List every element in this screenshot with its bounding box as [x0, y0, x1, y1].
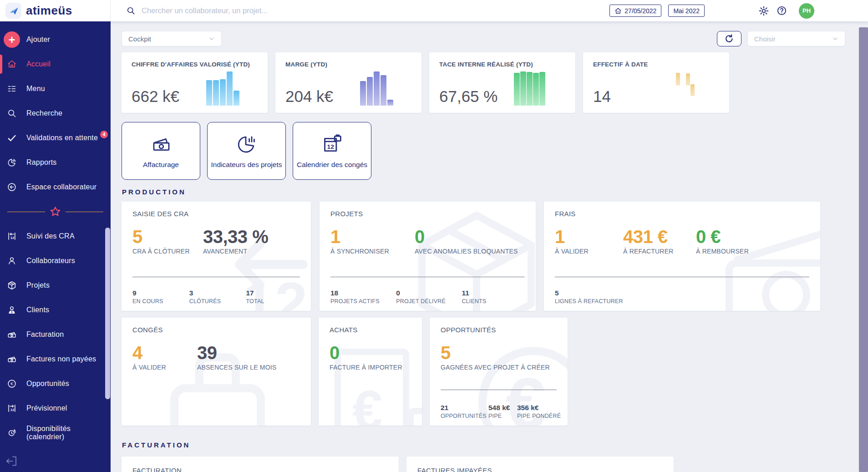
sidebar-item-recherche[interactable]: Recherche — [0, 101, 111, 126]
user-tie-icon — [4, 302, 20, 318]
sidebar-item-espace-collaborateur[interactable]: Espace collaborateur — [0, 175, 111, 199]
sidebar-scrollbar[interactable] — [105, 228, 110, 399]
stat-value: 1 — [555, 227, 619, 246]
sidebar-item-label: Menu — [26, 85, 45, 93]
sidebar-item-menu[interactable]: Menu — [0, 76, 111, 101]
user-icon — [4, 253, 20, 269]
card-opportunites[interactable]: OPPORTUNITÉS 5 GAGNÉES AVEC PROJET À CRÉ… — [430, 318, 568, 426]
svg-text:12: 12 — [327, 143, 334, 150]
sidebar-item-disponibilites-calendrier[interactable]: Disponibilités (calendrier) — [0, 421, 111, 445]
card-factures-impayees[interactable]: FACTURES IMPAYÉES — [406, 457, 674, 472]
banknote-icon — [150, 133, 172, 155]
banknote-icon — [4, 351, 20, 367]
stat-value: 0 — [415, 227, 520, 246]
dashboard-content: Cockpit Choisir CHIFFRE D'AFFAIRES VALOR… — [111, 21, 859, 472]
kpi-title: CHIFFRE D'AFFAIRES VALORISÉ (YTD) — [132, 61, 260, 68]
card-facturation[interactable]: FACTURATION — [122, 457, 399, 472]
kpi-value: 204 k€ — [285, 87, 333, 106]
svg-text:€: € — [10, 381, 13, 386]
sidebar-item-label: Prévisionnel — [26, 404, 67, 412]
sidebar-item-label: Espace collaborateur — [26, 183, 96, 191]
stat-label: AVANCEMENT — [203, 248, 295, 255]
sidebar-item-previsionnel[interactable]: 12Prévisionnel — [0, 396, 111, 421]
stat-value: 5 — [132, 227, 198, 246]
sidebar-item-label: Opportunités — [26, 380, 69, 388]
card-title: OPPORTUNITÉS — [430, 318, 568, 334]
card-frais[interactable]: FRAIS 1 À VALIDER 431 € À REFACTURER 0 €… — [544, 202, 820, 311]
chevron-down-icon — [208, 35, 216, 43]
stat-label: À REFACTURER — [623, 248, 691, 255]
calendar-back-icon: 12 — [4, 228, 20, 244]
calendar-forward-icon: 12 — [4, 400, 20, 416]
sidebar-item-factures-non-payees[interactable]: Factures non payées — [0, 347, 111, 371]
sidebar-item-clients[interactable]: Clients — [0, 298, 111, 322]
pie-chart-icon — [236, 133, 258, 155]
sidebar-item-accueil[interactable]: Accueil — [0, 52, 111, 76]
sidebar-item-validations-en-attente[interactable]: Validations en attente4 — [0, 126, 111, 150]
period-month-button[interactable]: Mai 2022 — [668, 5, 705, 17]
card-achats[interactable]: ACHATS 0 FACTURE À IMPORTER € — [319, 318, 422, 426]
sidebar-item-opportunites[interactable]: €Opportunités — [0, 371, 111, 396]
indicateurs-projets-button[interactable]: Indicateurs des projets — [207, 122, 286, 180]
sidebar-item-label: Rapports — [26, 158, 57, 167]
calendrier-conges-button[interactable]: 12 Calendrier des congés — [293, 122, 371, 180]
stat-value: 4 — [132, 343, 193, 362]
section-title-production: PRODUCTION — [122, 188, 186, 196]
kpi-card-marge: MARGE (YTD) 204 k€ — [275, 52, 421, 113]
logo-icon — [5, 3, 21, 19]
page-scrollbar-thumb[interactable] — [859, 27, 868, 472]
sidebar-item-label: Suivi des CRA — [26, 232, 75, 240]
stat-value: 1 — [330, 227, 410, 246]
refresh-button[interactable] — [717, 31, 741, 46]
kpi-value: 67,65 % — [439, 87, 497, 106]
sidebar-item-ajouter[interactable]: +Ajouter — [0, 27, 111, 52]
user-avatar[interactable]: PH — [799, 3, 814, 19]
kpi-card-tace-interne: TACE INTERNE RÉALISÉ (YTD) 67,65 % — [429, 52, 575, 113]
stat-label: ABSENCES SUR LE MOIS — [197, 364, 295, 371]
help-icon[interactable] — [777, 5, 787, 16]
reference-date-button[interactable]: 27/05/2022 — [609, 5, 661, 17]
banknote-icon — [4, 326, 20, 343]
card-conges[interactable]: CONGÉS 4 À VALIDER 39 ABSENCES SUR LE MO… — [122, 318, 311, 426]
sidebar-item-projets[interactable]: Projets — [0, 273, 111, 298]
sidebar-item-label: Accueil — [26, 60, 51, 68]
affacturage-button[interactable]: Affacturage — [122, 122, 200, 180]
card-divider — [132, 277, 300, 277]
widget-choose-select[interactable]: Choisir — [747, 31, 845, 46]
stat-value: 5 — [441, 343, 552, 362]
sidebar-item-label: Validations en attente — [26, 134, 98, 142]
kpi-mini-bar-chart — [360, 70, 396, 106]
dashboard-view-select[interactable]: Cockpit — [122, 31, 222, 46]
pending-count-badge: 4 — [100, 131, 108, 138]
sidebar-item-label: Factures non payées — [26, 355, 96, 363]
stat-label: FACTURE À IMPORTER — [330, 364, 406, 371]
arrow-left-circle-icon — [4, 179, 20, 195]
stat-value: 39 — [197, 343, 295, 362]
collapse-sidebar-icon[interactable] — [5, 454, 18, 469]
stat-label: À VALIDER — [555, 248, 619, 255]
settings-gear-icon[interactable] — [758, 5, 769, 16]
card-saisie-des-cra[interactable]: SAISIE DES CRA 5 CRA À CLÔTURER 33,33 % … — [122, 202, 311, 311]
kpi-mini-bar-chart — [514, 70, 550, 106]
sidebar-item-label: Facturation — [26, 330, 64, 339]
card-projets[interactable]: PROJETS 1 À SYNCHRONISER 0 AVEC ANOMALIE… — [320, 202, 536, 311]
sidebar-item-suivi-des-cra[interactable]: 12Suivi des CRA — [0, 224, 111, 249]
chevron-down-icon — [831, 35, 839, 43]
sidebar-item-facturation[interactable]: Facturation — [0, 322, 111, 347]
global-search-input[interactable] — [142, 6, 333, 15]
kpi-mini-bar-chart — [206, 70, 243, 106]
sidebar-item-rapports[interactable]: Rapports — [0, 150, 111, 175]
stat-label: CRA À CLÔTURER — [132, 248, 198, 255]
stat-label: À VALIDER — [132, 364, 193, 371]
plus-circle-icon: + — [4, 31, 20, 48]
stat-label: À REMBOURSER — [696, 248, 805, 255]
card-title: PROJETS — [320, 202, 536, 218]
stat-label: GAGNÉES AVEC PROJET À CRÉER — [441, 364, 552, 371]
sidebar-item-label: Projets — [26, 281, 50, 289]
company-icon — [614, 7, 622, 15]
pie-icon — [4, 154, 20, 171]
stat-label: À SYNCHRONISER — [330, 248, 410, 255]
sidebar-item-collaborateurs[interactable]: Collaborateurs — [0, 249, 111, 273]
stat-value: 33,33 % — [203, 227, 295, 246]
search-icon — [126, 6, 136, 15]
